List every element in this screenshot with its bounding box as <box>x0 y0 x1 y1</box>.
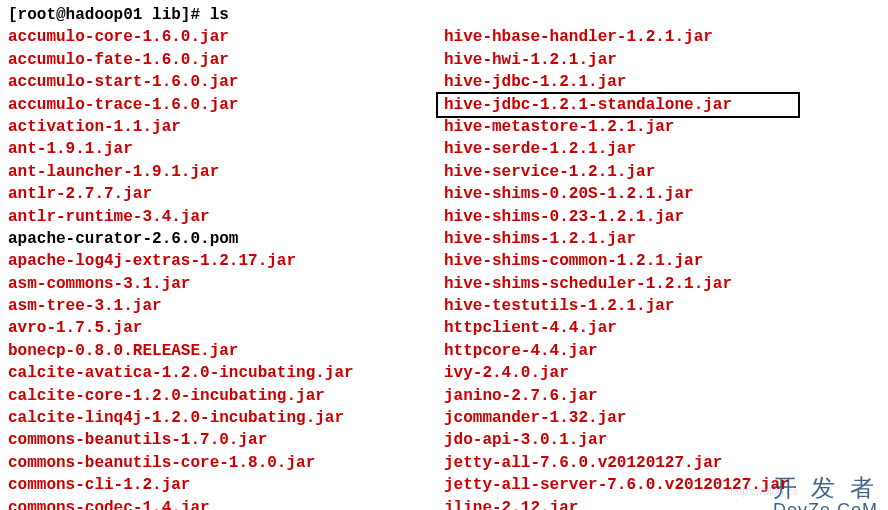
file-entry: ant-1.9.1.jar <box>8 138 444 160</box>
file-entry: commons-beanutils-core-1.8.0.jar <box>8 452 444 474</box>
file-entry: apache-log4j-extras-1.2.17.jar <box>8 250 444 272</box>
file-entry: httpcore-4.4.jar <box>444 340 880 362</box>
file-entry: calcite-core-1.2.0-incubating.jar <box>8 385 444 407</box>
file-entry: jetty-all-server-7.6.0.v20120127.jar <box>444 474 880 496</box>
file-entry: accumulo-core-1.6.0.jar <box>8 26 444 48</box>
file-entry: accumulo-fate-1.6.0.jar <box>8 49 444 71</box>
file-listing: accumulo-core-1.6.0.jaraccumulo-fate-1.6… <box>8 26 880 510</box>
file-entry: jetty-all-7.6.0.v20120127.jar <box>444 452 880 474</box>
file-entry: hive-jdbc-1.2.1.jar <box>444 71 880 93</box>
file-entry: asm-commons-3.1.jar <box>8 273 444 295</box>
file-column-right: hive-hbase-handler-1.2.1.jarhive-hwi-1.2… <box>444 26 880 510</box>
file-entry: accumulo-trace-1.6.0.jar <box>8 94 444 116</box>
file-entry: apache-curator-2.6.0.pom <box>8 228 444 250</box>
file-entry: hive-shims-1.2.1.jar <box>444 228 880 250</box>
file-entry: asm-tree-3.1.jar <box>8 295 444 317</box>
file-entry: hive-metastore-1.2.1.jar <box>444 116 880 138</box>
file-entry: hive-shims-0.20S-1.2.1.jar <box>444 183 880 205</box>
highlight-box <box>436 92 800 118</box>
file-entry: httpclient-4.4.jar <box>444 317 880 339</box>
file-entry: ant-launcher-1.9.1.jar <box>8 161 444 183</box>
file-entry: avro-1.7.5.jar <box>8 317 444 339</box>
file-column-left: accumulo-core-1.6.0.jaraccumulo-fate-1.6… <box>8 26 444 510</box>
file-entry: hive-shims-0.23-1.2.1.jar <box>444 206 880 228</box>
file-entry: jdo-api-3.0.1.jar <box>444 429 880 451</box>
file-entry: hive-hwi-1.2.1.jar <box>444 49 880 71</box>
file-entry: antlr-runtime-3.4.jar <box>8 206 444 228</box>
file-entry: accumulo-start-1.6.0.jar <box>8 71 444 93</box>
file-entry: bonecp-0.8.0.RELEASE.jar <box>8 340 444 362</box>
file-entry: hive-testutils-1.2.1.jar <box>444 295 880 317</box>
file-entry: hive-shims-scheduler-1.2.1.jar <box>444 273 880 295</box>
file-entry: jcommander-1.32.jar <box>444 407 880 429</box>
file-entry: ivy-2.4.0.jar <box>444 362 880 384</box>
shell-prompt: [root@hadoop01 lib]# ls <box>8 4 880 26</box>
file-entry: hive-service-1.2.1.jar <box>444 161 880 183</box>
file-entry: commons-cli-1.2.jar <box>8 474 444 496</box>
file-entry: hive-shims-common-1.2.1.jar <box>444 250 880 272</box>
file-entry: calcite-linq4j-1.2.0-incubating.jar <box>8 407 444 429</box>
file-entry: commons-codec-1.4.jar <box>8 497 444 510</box>
file-entry: hive-jdbc-1.2.1-standalone.jar <box>444 94 880 116</box>
file-entry: antlr-2.7.7.jar <box>8 183 444 205</box>
file-entry: calcite-avatica-1.2.0-incubating.jar <box>8 362 444 384</box>
file-entry: commons-beanutils-1.7.0.jar <box>8 429 444 451</box>
file-entry: jline-2.12.jar <box>444 497 880 510</box>
file-entry: hive-hbase-handler-1.2.1.jar <box>444 26 880 48</box>
file-entry: hive-serde-1.2.1.jar <box>444 138 880 160</box>
file-entry: janino-2.7.6.jar <box>444 385 880 407</box>
file-entry: activation-1.1.jar <box>8 116 444 138</box>
